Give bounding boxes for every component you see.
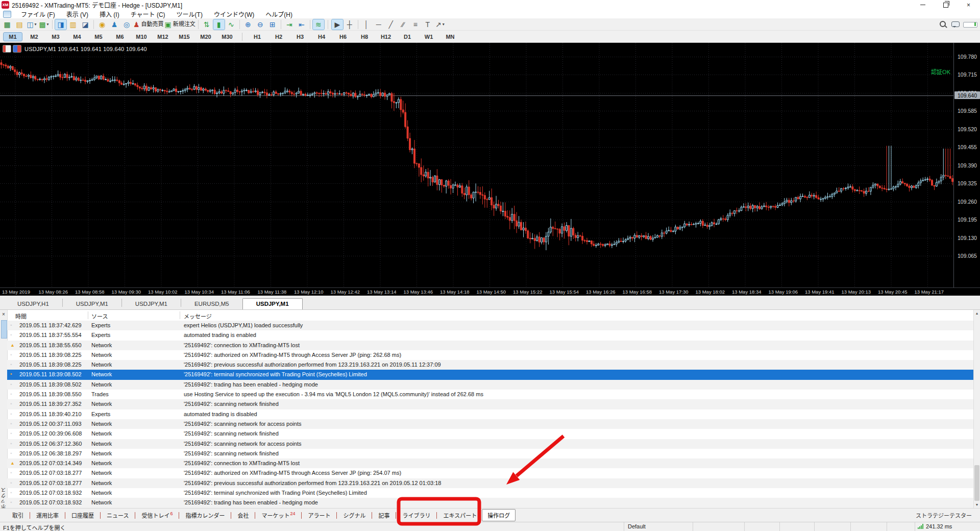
dropdown-arrow-icon[interactable]: ▾ bbox=[35, 22, 37, 27]
line-chart-icon[interactable]: ∿ bbox=[226, 19, 237, 30]
timeframe-m20[interactable]: M20 bbox=[197, 33, 215, 41]
timeframe-m5[interactable]: M5 bbox=[89, 33, 108, 41]
menu-item-6[interactable]: ヘルプ(H) bbox=[260, 9, 298, 19]
timeframe-m4[interactable]: M4 bbox=[68, 33, 86, 41]
menu-item-1[interactable]: 表示 (V) bbox=[61, 9, 94, 19]
journal-row[interactable]: ◦2019.05.11 18:39:08.550Tradesuse Hostin… bbox=[7, 390, 974, 399]
journal-row[interactable]: ◦2019.05.12 00:39:06.608Network'25169492… bbox=[7, 429, 974, 439]
journal-scrollbar[interactable]: ▲ ▼ bbox=[973, 310, 980, 508]
journal-row[interactable]: •2019.05.11 18:39:08.502Network'25169492… bbox=[7, 370, 974, 379]
chart-tab-3[interactable]: EURUSD,M5 bbox=[181, 299, 242, 309]
text-label-icon[interactable]: T bbox=[422, 19, 433, 30]
market-watch-icon[interactable]: ◨ bbox=[55, 19, 66, 30]
timeframe-m1[interactable]: M1 bbox=[4, 33, 22, 41]
toolbox-tab-4[interactable]: 受信トレイ6 bbox=[136, 510, 178, 521]
cursor-icon[interactable]: ▶ bbox=[332, 19, 343, 30]
menu-item-2[interactable]: 挿入 (I) bbox=[94, 9, 125, 19]
data-window-icon[interactable]: ▥ bbox=[67, 19, 79, 30]
journal-row[interactable]: ◦2019.05.11 18:37:55.554Expertsautomated… bbox=[7, 330, 974, 340]
timeframe-m12[interactable]: M12 bbox=[154, 33, 172, 41]
timeframe-d1[interactable]: D1 bbox=[398, 33, 416, 41]
toolbox-tab-9[interactable]: シグナル bbox=[338, 510, 371, 521]
journal-row[interactable]: ◦2019.05.12 07:03:18.932Network'25169492… bbox=[7, 488, 974, 498]
timeframe-h6[interactable]: H6 bbox=[334, 33, 352, 41]
timeframe-h2[interactable]: H2 bbox=[270, 33, 288, 41]
toolbox-icon[interactable]: ◉ bbox=[96, 19, 108, 30]
column-message[interactable]: メッセージ bbox=[184, 312, 212, 320]
timeframe-m10[interactable]: M10 bbox=[132, 33, 151, 41]
profiles-icon[interactable]: ◫▾ bbox=[26, 19, 37, 30]
profile-name[interactable]: Default bbox=[628, 523, 646, 529]
menu-item-3[interactable]: チャート (C) bbox=[125, 9, 171, 19]
toolbox-tab-0[interactable]: 取引 bbox=[7, 510, 29, 521]
chart-shift-icon[interactable]: ⇤ bbox=[296, 19, 307, 30]
broadcast-icon[interactable]: ◎ bbox=[121, 19, 132, 30]
timeframe-m2[interactable]: M2 bbox=[25, 33, 43, 41]
journal-row[interactable]: ◦2019.05.11 18:39:08.225Network'25169492… bbox=[7, 360, 974, 370]
price-scale[interactable]: 109.780109.715109.650109.585109.520109.4… bbox=[953, 43, 980, 287]
journal-row[interactable]: ▲2019.05.11 18:38:55.650Network'25169492… bbox=[7, 341, 974, 350]
crosshair-icon[interactable]: ┼ bbox=[344, 19, 355, 30]
candle-chart-icon[interactable]: ▮ bbox=[213, 19, 225, 30]
toolbox-tab-6[interactable]: 会社 bbox=[232, 510, 254, 521]
journal-row[interactable]: ◦2019.05.12 07:03:18.277Network'25169492… bbox=[7, 478, 974, 488]
menu-item-5[interactable]: ウインドウ(W) bbox=[208, 9, 260, 19]
journal-row[interactable]: ◦2019.05.12 07:03:18.277Network'25169492… bbox=[7, 468, 974, 478]
timeframe-w1[interactable]: W1 bbox=[420, 33, 438, 41]
timeframe-m30[interactable]: M30 bbox=[218, 33, 236, 41]
algo-trading-icon[interactable]: ♟自動売買 bbox=[133, 19, 164, 30]
journal-row[interactable]: ◦2019.05.12 06:38:18.297Network'25169492… bbox=[7, 449, 974, 458]
journal-row[interactable]: ◦2019.05.12 00:37:11.093Network'25169492… bbox=[7, 419, 974, 429]
time-axis[interactable]: 13 May 201913 May 08:2613 May 08:5813 Ma… bbox=[0, 287, 980, 296]
search-icon[interactable] bbox=[938, 19, 949, 30]
candlestick-chart[interactable] bbox=[0, 43, 953, 287]
journal-row[interactable]: ▲2019.05.12 07:03:14.349Network'25169492… bbox=[7, 458, 974, 468]
tile-windows-icon[interactable]: ⊞ bbox=[267, 19, 278, 30]
templates-icon[interactable]: ▩▾ bbox=[38, 19, 50, 30]
zoom-in-icon[interactable]: ⊕ bbox=[242, 19, 254, 30]
column-source[interactable]: ソース bbox=[91, 312, 108, 320]
timeframe-h8[interactable]: H8 bbox=[355, 33, 374, 41]
dropdown-arrow-icon[interactable]: ▾ bbox=[47, 22, 49, 27]
toolbox-tab-11[interactable]: ライブラリ bbox=[397, 510, 435, 521]
toolbox-tab-2[interactable]: 口座履歴 bbox=[66, 510, 99, 521]
new-chart-icon[interactable]: ▦ bbox=[2, 19, 13, 30]
journal-row[interactable]: ◦2019.05.11 18:39:27.352Network'25169492… bbox=[7, 399, 974, 409]
restore-button[interactable] bbox=[934, 0, 957, 10]
journal-row[interactable]: ◦2019.05.11 18:39:08.502Network'25169492… bbox=[7, 380, 974, 390]
panel-close-icon[interactable]: × bbox=[0, 310, 7, 318]
timeframe-m6[interactable]: M6 bbox=[111, 33, 129, 41]
menu-item-4[interactable]: ツール(T) bbox=[171, 9, 208, 19]
timeframe-h1[interactable]: H1 bbox=[248, 33, 266, 41]
toolbox-tab-10[interactable]: 記事 bbox=[373, 510, 395, 521]
chart-window-icon[interactable] bbox=[3, 11, 11, 18]
open-folder-icon[interactable]: ▤ bbox=[14, 19, 25, 30]
timeframe-mn[interactable]: MN bbox=[441, 33, 459, 41]
journal-row[interactable]: ◦2019.05.12 06:37:12.360Network'25169492… bbox=[7, 439, 974, 449]
timeframe-h3[interactable]: H3 bbox=[291, 33, 309, 41]
toolbox-tab-13[interactable]: 操作ログ bbox=[482, 509, 516, 521]
community-icon[interactable]: ♟ bbox=[109, 19, 120, 30]
bar-chart-icon[interactable]: ⇅ bbox=[201, 19, 212, 30]
chart-tab-2[interactable]: USDJPY,M1 bbox=[122, 299, 181, 309]
arrows-objects-icon[interactable]: ↗▾ bbox=[434, 19, 446, 30]
scroll-up-icon[interactable]: ▲ bbox=[974, 310, 980, 317]
scroll-down-icon[interactable]: ▼ bbox=[974, 501, 980, 508]
toolbox-tab-8[interactable]: アラート bbox=[303, 510, 335, 521]
chat-icon[interactable] bbox=[950, 19, 961, 30]
connection-status[interactable]: 241.32 ms bbox=[918, 523, 952, 529]
battery-icon[interactable] bbox=[962, 19, 979, 30]
journal-row[interactable]: ◦2019.05.11 18:39:40.210Expertsautomated… bbox=[7, 409, 974, 419]
minimize-button[interactable] bbox=[911, 0, 934, 10]
toolbox-tab-1[interactable]: 運用比率 bbox=[31, 510, 64, 521]
one-click-trading-icon[interactable] bbox=[13, 45, 21, 53]
chart-tab-0[interactable]: USDJPY,H1 bbox=[4, 299, 62, 309]
toolbox-tab-3[interactable]: ニュース bbox=[102, 510, 134, 521]
new-order-icon[interactable]: ▣新規注文 bbox=[165, 19, 195, 30]
timeframe-h12[interactable]: H12 bbox=[377, 33, 395, 41]
toolbox-tab-12[interactable]: エキスパート bbox=[438, 510, 482, 521]
chart-tab-1[interactable]: USDJPY,M1 bbox=[63, 299, 121, 309]
chart-area[interactable]: USDJPY,M1 109.641 109.641 109.640 109.64… bbox=[0, 43, 980, 287]
journal-row[interactable]: ◦2019.05.11 18:37:42.629Expertsexpert He… bbox=[7, 321, 974, 330]
equidistant-channel-icon[interactable]: ∕∕ bbox=[398, 19, 409, 30]
